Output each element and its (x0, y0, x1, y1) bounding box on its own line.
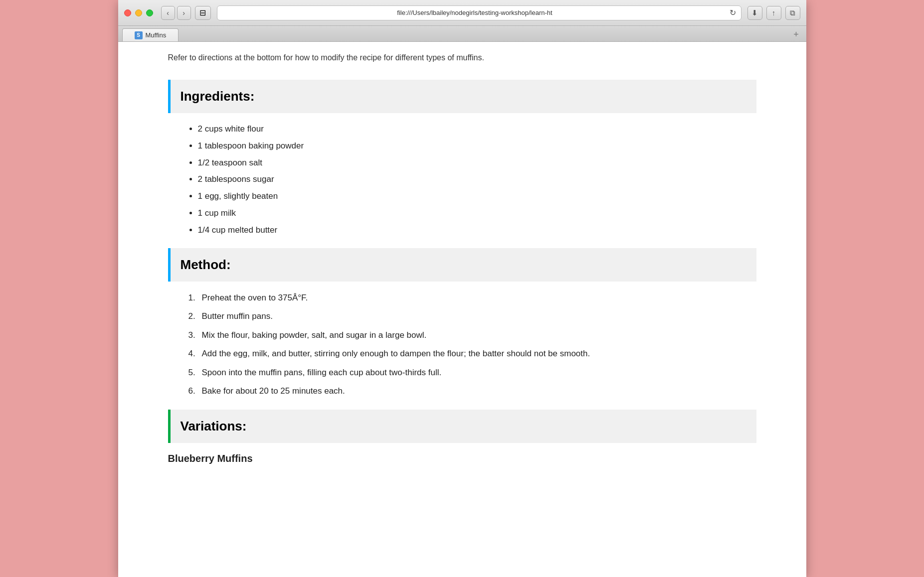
method-list: Preheat the oven to 375Â°F. Butter muffi… (178, 291, 756, 398)
close-button[interactable] (124, 9, 131, 16)
list-item: 1/4 cup melted butter (198, 224, 756, 236)
titlebar: ‹ › ⊟ file:///Users/lbailey/nodegirls/te… (118, 0, 806, 26)
tab-overview-icon: ⧉ (790, 8, 795, 17)
ingredients-section-heading: Ingredients: (168, 80, 756, 113)
minimize-button[interactable] (135, 9, 142, 16)
back-button[interactable]: ‹ (161, 6, 175, 20)
blueberry-subheading: Blueberry Muffins (168, 453, 756, 464)
download-button[interactable]: ⬇ (747, 6, 762, 20)
maximize-button[interactable] (146, 9, 153, 16)
add-tab-button[interactable]: + (790, 28, 802, 40)
tab-favicon: S (135, 31, 143, 39)
variations-heading: Variations: (181, 419, 746, 434)
list-item: 1 cup milk (198, 207, 756, 219)
tab-overview-button[interactable]: ⧉ (785, 6, 800, 20)
ingredients-list: 2 cups white flour 1 tablespoon baking p… (178, 123, 756, 236)
share-button[interactable]: ↑ (766, 6, 781, 20)
forward-button[interactable]: › (177, 6, 191, 20)
address-bar[interactable]: file:///Users/lbailey/nodegirls/testing-… (217, 5, 741, 20)
list-item: Spoon into the muffin pans, filling each… (198, 366, 756, 379)
method-heading: Method: (181, 257, 746, 273)
list-item: 1 egg, slightly beaten (198, 190, 756, 202)
refresh-button[interactable]: ↻ (730, 8, 736, 17)
sidebar-icon: ⊟ (199, 8, 206, 17)
list-item: Bake for about 20 to 25 minutes each. (198, 385, 756, 398)
tabbar: S Muffins + (118, 26, 806, 42)
intro-text: Refer to directions at the bottom for ho… (168, 42, 756, 72)
list-item: 2 cups white flour (198, 123, 756, 135)
browser-window: ‹ › ⊟ file:///Users/lbailey/nodegirls/te… (118, 0, 806, 577)
traffic-lights (124, 9, 153, 16)
tab-muffins[interactable]: S Muffins (122, 28, 179, 41)
share-icon: ↑ (772, 8, 776, 17)
sidebar-toggle-button[interactable]: ⊟ (195, 6, 211, 20)
toolbar-right: ⬇ ↑ ⧉ (747, 6, 800, 20)
ingredients-heading: Ingredients: (181, 89, 746, 104)
nav-buttons: ‹ › (161, 6, 191, 20)
list-item: Mix the flour, baking powder, salt, and … (198, 329, 756, 342)
method-section-heading: Method: (168, 248, 756, 282)
download-icon: ⬇ (751, 8, 758, 17)
list-item: 2 tablespoons sugar (198, 173, 756, 185)
list-item: Preheat the oven to 375Â°F. (198, 291, 756, 304)
tab-label: Muffins (146, 31, 167, 39)
list-item: 1/2 teaspoon salt (198, 157, 756, 169)
list-item: 1 tablespoon baking powder (198, 140, 756, 152)
variations-section-heading: Variations: (168, 410, 756, 443)
list-item: Add the egg, milk, and butter, stirring … (198, 347, 756, 360)
url-text: file:///Users/lbailey/nodegirls/testing-… (222, 9, 728, 16)
list-item: Butter muffin pans. (198, 310, 756, 323)
page-content: Refer to directions at the bottom for ho… (118, 42, 806, 577)
